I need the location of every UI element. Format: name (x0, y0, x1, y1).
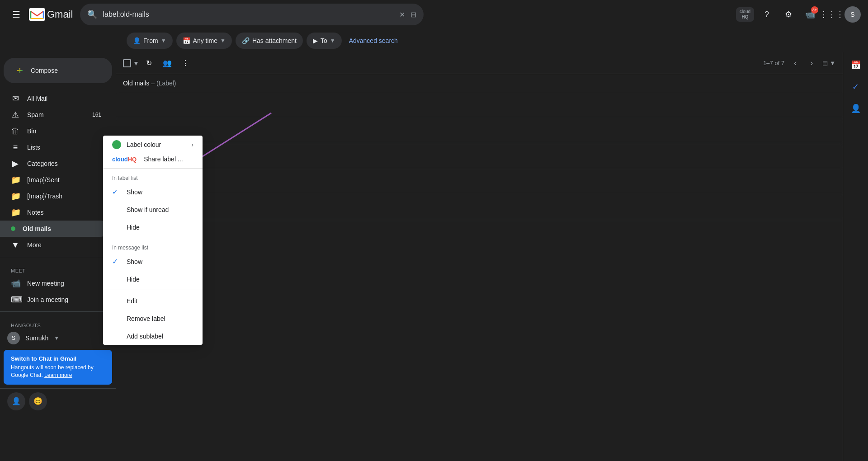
gmail-logo: Gmail (29, 8, 73, 21)
anytime-filter[interactable]: 📅 Any time ▼ (176, 33, 232, 49)
sidebar-item-more[interactable]: ▼ More (0, 237, 108, 253)
view-toggle[interactable]: ▤ ▼ (822, 60, 835, 66)
hide-in-message-item[interactable]: ✓ Hide (103, 270, 203, 288)
search-options-icon[interactable]: ⊟ (410, 10, 416, 19)
cloudhq-share-item[interactable]: cloudHQ Share label ... (103, 154, 203, 166)
notes-icon: 📁 (11, 207, 20, 217)
show-if-unread-item[interactable]: ✓ Show if unread (103, 201, 203, 218)
edit-item[interactable]: ✓ Edit (103, 292, 203, 310)
sidebar-item-join-meeting-label: Join a meeting (27, 296, 101, 303)
hide-message-label: Hide (127, 276, 140, 283)
context-menu: Label colour › cloudHQ Share label ... I… (103, 136, 203, 345)
pagination-next-button[interactable]: › (804, 56, 819, 71)
sidebar-item-notes[interactable]: 📁 Notes (0, 204, 108, 221)
sidebar-item-imap-trash[interactable]: 📁 [Imap]/Trash (0, 188, 108, 204)
sidebar-item-lists-label: Lists (27, 144, 101, 151)
sidebar-item-old-mails-label: Old mails (23, 225, 101, 232)
sidebar-item-categories[interactable]: ▶ Categories (0, 155, 108, 172)
calendar-panel-button[interactable]: 📅 (847, 56, 865, 74)
sidebar-person-icon[interactable]: 👤 (7, 392, 25, 410)
group-button[interactable]: 👥 (159, 55, 175, 71)
sidebar-item-imap-trash-label: [Imap]/Trash (27, 193, 101, 200)
label-colour-arrow-icon: › (191, 141, 193, 148)
hangouts-user[interactable]: S Sumukh ▼ (0, 330, 116, 346)
switch-banner-link[interactable]: Learn more (44, 372, 72, 378)
sidebar-item-lists[interactable]: ≡ Lists (0, 139, 108, 155)
hangouts-dropdown-icon: ▼ (54, 335, 59, 341)
sidebar-item-allmail[interactable]: ✉ All Mail (0, 90, 108, 107)
join-meeting-icon: ⌨ (11, 295, 20, 305)
sidebar-item-old-mails[interactable]: Old mails (0, 221, 108, 237)
refresh-button[interactable]: ↻ (141, 55, 157, 71)
sidebar-item-imap-sent[interactable]: 📁 [Imap]/Sent (0, 172, 108, 188)
switch-banner-desc: Hangouts will soon be replaced by Google… (11, 364, 105, 379)
help-button[interactable]: ? (758, 5, 776, 24)
search-clear-icon[interactable]: ✕ (399, 10, 405, 19)
sidebar-bottom-icons: 👤 😊 (0, 388, 116, 414)
group-icon: 👥 (163, 59, 172, 67)
cloudhq-button[interactable]: cloud HQ (736, 7, 754, 22)
show-check-icon: ✓ (112, 188, 121, 196)
sidebar-item-bin[interactable]: 🗑 Bin (0, 123, 108, 139)
view-icon: ▤ (822, 60, 828, 66)
table-row[interactable] (116, 195, 843, 221)
refresh-icon: ↻ (146, 59, 152, 67)
view-dropdown-icon: ▼ (830, 60, 835, 66)
pagination-text: 1–7 of 7 (763, 60, 784, 66)
sidebar-item-spam[interactable]: ⚠ Spam 161 (0, 107, 108, 123)
table-row[interactable] (116, 119, 843, 145)
hangouts-section-label: Hangouts (0, 315, 116, 330)
label-type: – (151, 80, 156, 87)
sidebar-smiley-icon[interactable]: 😊 (29, 392, 47, 410)
anytime-dropdown-icon: ▼ (220, 38, 226, 44)
user-avatar[interactable]: S (844, 6, 861, 23)
show-in-message-item[interactable]: ✓ Show (103, 253, 203, 270)
apps-button[interactable]: ⋮⋮⋮ (823, 5, 841, 24)
apps-icon: ⋮⋮⋮ (820, 9, 844, 19)
pagination-nav: ‹ › (788, 56, 819, 71)
add-sublabel-empty-icon: ✓ (112, 332, 121, 340)
advanced-search-link[interactable]: Advanced search (349, 37, 398, 44)
email-list (116, 92, 843, 461)
table-row[interactable] (116, 170, 843, 195)
has-attachment-filter[interactable]: 🔗 Has attachment (236, 33, 303, 49)
settings-button[interactable]: ⚙ (779, 5, 797, 24)
spam-icon: ⚠ (11, 110, 20, 120)
pagination-prev-button[interactable]: ‹ (788, 56, 802, 71)
add-sublabel-item[interactable]: ✓ Add sublabel (103, 327, 203, 345)
sidebar-item-join-meeting[interactable]: ⌨ Join a meeting (0, 292, 108, 308)
hangouts-username: Sumukh (25, 334, 48, 342)
settings-icon: ⚙ (785, 9, 792, 19)
search-input[interactable] (103, 10, 394, 19)
hamburger-menu[interactable]: ☰ (7, 5, 25, 24)
more-options-button[interactable]: ⋮ (177, 55, 193, 71)
pagination: 1–7 of 7 ‹ › ▤ ▼ (763, 56, 835, 71)
sidebar-item-new-meeting[interactable]: 📹 New meeting (0, 275, 108, 292)
sidebar-divider-1 (0, 257, 116, 257)
compose-button[interactable]: Compose (4, 58, 112, 83)
filter-bar: 👤 From ▼ 📅 Any time ▼ 🔗 Has attachment ▶… (0, 29, 868, 52)
menu-divider-2 (103, 238, 203, 238)
from-filter[interactable]: 👤 From ▼ (127, 33, 173, 49)
table-row[interactable] (116, 92, 843, 119)
select-dropdown-icon[interactable]: ▼ (133, 60, 139, 67)
label-colour-label: Label colour (127, 141, 161, 148)
tasks-panel-button[interactable]: ✓ (847, 78, 865, 96)
select-all-checkbox[interactable] (123, 59, 131, 67)
label-colour-item[interactable]: Label colour › (103, 136, 203, 154)
to-filter[interactable]: ▶ To ▼ (307, 33, 342, 49)
show-in-label-item[interactable]: ✓ Show (103, 183, 203, 201)
email-toolbar: ▼ ↻ 👥 ⋮ 1–7 of 7 ‹ › ▤ ▼ (116, 52, 843, 74)
search-icon: 🔍 (87, 9, 97, 19)
hangouts-avatar: S (7, 332, 20, 344)
show-message-check-icon: ✓ (112, 257, 121, 266)
from-icon: 👤 (133, 37, 141, 44)
remove-label-item[interactable]: ✓ Remove label (103, 310, 203, 327)
switch-to-chat-banner: Switch to Chat in Gmail Hangouts will so… (4, 350, 112, 385)
hide-in-label-item[interactable]: ✓ Hide (103, 218, 203, 236)
meet-notification-button[interactable]: 📹 3+ (801, 5, 819, 24)
to-dropdown-icon: ▼ (330, 38, 335, 44)
contacts-panel-button[interactable]: 👤 (847, 99, 865, 118)
table-row[interactable] (116, 145, 843, 170)
show-if-unread-label: Show if unread (127, 206, 169, 213)
